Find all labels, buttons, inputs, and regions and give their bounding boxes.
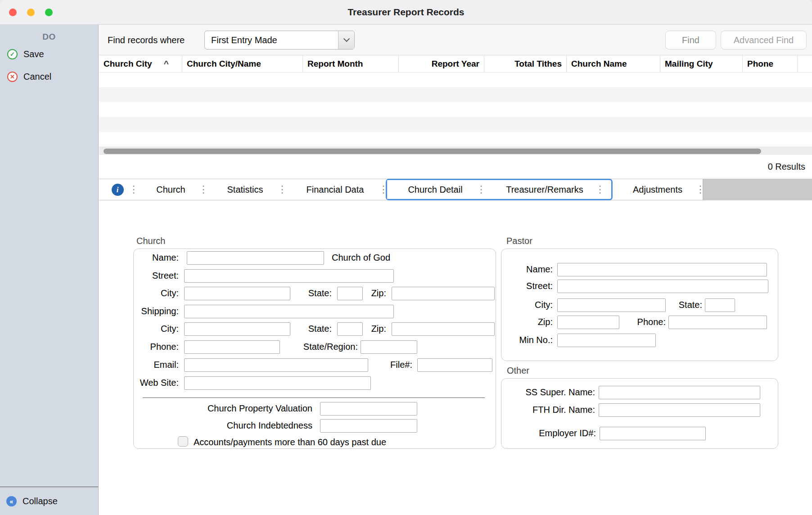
sidebar-item-cancel[interactable]: ✕ Cancel	[0, 66, 98, 87]
traffic-lights	[9, 0, 53, 25]
window-title: Treasurer Report Records	[0, 0, 812, 24]
pastor-zip-input[interactable]	[557, 316, 619, 329]
church-state-input[interactable]	[337, 287, 363, 300]
property-valuation-input[interactable]	[320, 402, 417, 416]
save-check-icon: ✓	[7, 49, 18, 59]
shipping-zip-input[interactable]	[392, 322, 495, 336]
tab-church-detail[interactable]: Church Detail ⋮	[387, 180, 483, 199]
column-header-label: Church Name	[571, 59, 627, 69]
column-header-church-name[interactable]: Church Name	[567, 55, 660, 72]
shipping-label: Shipping:	[134, 306, 179, 316]
church-city-label: City:	[134, 288, 179, 298]
tab-strip-filler	[703, 179, 812, 200]
column-header-label: Mailing City	[665, 59, 713, 69]
results-count: 0 Results	[768, 162, 805, 172]
tab-adjustments[interactable]: Adjustments ⋮	[613, 179, 703, 200]
pastor-city-input[interactable]	[557, 298, 666, 312]
church-zip-input[interactable]	[392, 287, 495, 300]
file-number-input[interactable]	[417, 358, 492, 372]
sidebar-header: DO	[0, 32, 98, 42]
pastor-state-input[interactable]	[705, 298, 735, 312]
column-header-church-city[interactable]: Church City ^	[99, 55, 182, 72]
shipping-state-input[interactable]	[337, 322, 363, 336]
past-due-checkbox[interactable]	[178, 436, 188, 447]
column-header-label: Church City/Name	[187, 59, 261, 69]
main-content: Find records where First Entry Made Find…	[99, 25, 812, 515]
collapse-button[interactable]: « Collapse	[0, 488, 98, 515]
save-label: Save	[23, 49, 44, 59]
record-detail-form: Church Name: Church of God Street: City:…	[99, 200, 812, 515]
church-city-input[interactable]	[184, 287, 290, 300]
fth-dir-name-label: FTH Dir. Name:	[506, 405, 595, 415]
pastor-name-label: Name:	[503, 264, 553, 275]
tab-separator-icon: ⋮	[129, 185, 139, 194]
tab-financial-data[interactable]: Financial Data ⋮	[284, 179, 386, 200]
pastor-street-input[interactable]	[557, 280, 768, 293]
shipping-zip-label: Zip:	[365, 324, 386, 334]
shipping-street-input[interactable]	[184, 305, 394, 318]
pastor-phone-label: Phone:	[626, 317, 666, 327]
column-header-label: Total Tithes	[514, 59, 562, 69]
state-region-input[interactable]	[361, 340, 417, 354]
tab-label: Church	[156, 185, 185, 195]
church-phone-input[interactable]	[184, 340, 280, 354]
pastor-phone-input[interactable]	[668, 316, 767, 329]
sidebar-item-save[interactable]: ✓ Save	[0, 44, 98, 64]
tab-label: Church Detail	[408, 185, 462, 195]
ss-super-name-input[interactable]	[599, 386, 760, 399]
advanced-find-button[interactable]: Advanced Find	[721, 31, 807, 50]
pastor-name-input[interactable]	[557, 263, 767, 276]
horizontal-scrollbar[interactable]	[99, 147, 812, 155]
tab-label: Treasurer/Remarks	[506, 185, 583, 195]
past-due-checkbox-label: Accounts/payments more than 60 days past…	[194, 437, 386, 447]
shipping-city-input[interactable]	[184, 322, 290, 336]
church-phone-label: Phone:	[134, 342, 179, 352]
column-header-total-tithes[interactable]: Total Tithes	[484, 55, 567, 72]
sort-ascending-icon: ^	[164, 59, 169, 69]
minimize-window-button[interactable]	[27, 9, 35, 16]
website-input[interactable]	[184, 376, 371, 390]
scrollbar-thumb[interactable]	[104, 149, 761, 154]
column-header-church-city-name[interactable]: Church City/Name	[182, 55, 303, 72]
column-header-report-year[interactable]: Report Year	[399, 55, 484, 72]
dropdown-button[interactable]	[338, 31, 354, 49]
church-email-input[interactable]	[184, 358, 368, 372]
sidebar-divider	[0, 487, 98, 487]
find-button[interactable]: Find	[665, 31, 716, 50]
tab-statistics[interactable]: Statistics ⋮	[206, 179, 284, 200]
column-header-phone[interactable]: Phone	[743, 55, 798, 72]
find-criteria-dropdown[interactable]: First Entry Made	[204, 31, 355, 50]
ss-super-name-label: SS Super. Name:	[506, 387, 595, 398]
tab-info-cell: i ⋮	[99, 179, 136, 200]
church-street-input[interactable]	[184, 269, 394, 283]
church-email-label: Email:	[134, 360, 179, 370]
tab-label: Statistics	[227, 185, 263, 195]
fth-dir-name-input[interactable]	[599, 403, 760, 417]
church-name-label: Name:	[134, 253, 179, 263]
min-no-input[interactable]	[557, 334, 656, 347]
info-icon[interactable]: i	[112, 184, 124, 196]
indebtedness-input[interactable]	[320, 419, 417, 433]
selected-tabs-outline: Church Detail ⋮ Treasurer/Remarks ⋮	[386, 179, 613, 200]
zoom-window-button[interactable]	[45, 9, 53, 16]
church-group-legend: Church	[136, 236, 165, 246]
column-header-report-month[interactable]: Report Month	[303, 55, 399, 72]
pastor-street-label: Street:	[503, 281, 553, 291]
column-header-label: Report Year	[432, 59, 479, 69]
close-window-button[interactable]	[9, 9, 17, 16]
pastor-state-label: State:	[663, 300, 702, 310]
tab-label: Adjustments	[633, 185, 682, 195]
tab-treasurer-remarks[interactable]: Treasurer/Remarks ⋮	[483, 180, 606, 199]
app-window: Treasurer Report Records DO ✓ Save ✕ Can…	[0, 0, 812, 515]
church-section-divider	[143, 398, 485, 398]
church-state-label: State:	[282, 288, 332, 298]
column-header-label: Church City	[104, 59, 152, 69]
column-header-mailing-city[interactable]: Mailing City	[660, 55, 743, 72]
table-header: Church City ^ Church City/Name Report Mo…	[99, 55, 812, 72]
church-name-input[interactable]	[187, 251, 324, 265]
tab-bar: i ⋮ Church ⋮ Statistics ⋮ Financial Data…	[99, 179, 812, 200]
employer-id-input[interactable]	[600, 427, 706, 440]
column-header-filler	[798, 55, 812, 72]
tab-separator-icon: ⋮	[476, 185, 486, 194]
tab-church[interactable]: Church ⋮	[136, 179, 206, 200]
